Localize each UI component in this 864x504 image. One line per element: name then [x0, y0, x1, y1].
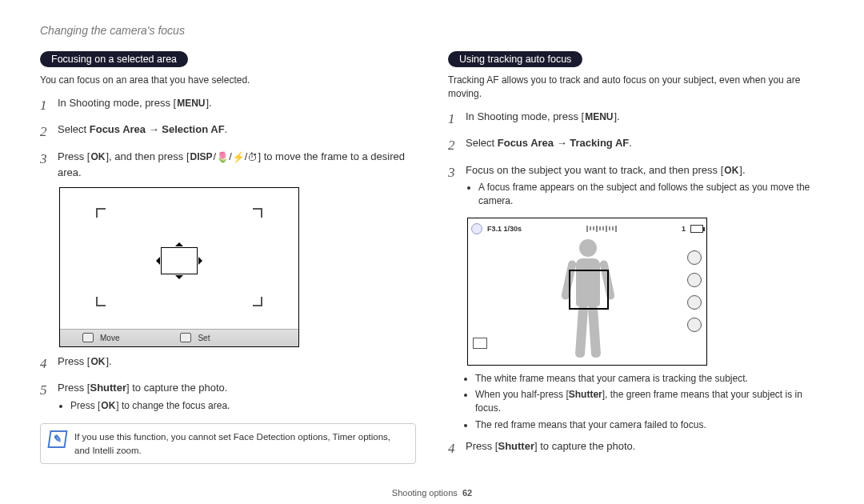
- step-text: .: [629, 137, 632, 149]
- step-text: ].: [614, 110, 620, 122]
- menu-key: MENU: [584, 110, 614, 124]
- arrow-down-icon: [175, 275, 183, 283]
- arrow-left-icon: [152, 257, 160, 265]
- metering-icon: [687, 318, 702, 332]
- mode-icon: [471, 223, 482, 234]
- ev-scale: [526, 226, 677, 232]
- af-mode-icon: [473, 338, 487, 349]
- bullet-text: When you half-press [: [475, 389, 569, 400]
- step-2: 2 Select Focus Area → Selection AF.: [40, 122, 416, 142]
- diagram-bottom-bar: Move Set: [60, 329, 298, 346]
- shutter-key: Shutter: [498, 440, 534, 452]
- step-text: .: [225, 123, 228, 135]
- page-title: Changing the camera's focus: [40, 24, 824, 37]
- note-icon: ✎: [47, 430, 67, 448]
- macro-icon: 🌷: [216, 150, 229, 166]
- step-text: Press [: [58, 355, 90, 367]
- sub-bullet: A focus frame appears on the subject and…: [478, 181, 824, 208]
- focus-corner: [253, 297, 262, 306]
- step-number: 5: [40, 380, 58, 401]
- bar-label: Move: [100, 334, 119, 342]
- timer-icon: ⏱: [247, 150, 258, 166]
- step-text: Select: [58, 123, 90, 135]
- flash-icon: ⚡: [232, 150, 245, 166]
- face-detect-icon: [687, 250, 702, 265]
- section-heading-right: Using tracking auto focus: [448, 51, 582, 67]
- stabilize-icon: [687, 295, 702, 310]
- step-number: 2: [40, 122, 58, 142]
- step-number: 2: [448, 135, 466, 156]
- step-text: Press [: [466, 440, 498, 452]
- menu-path: Tracking AF: [570, 137, 629, 149]
- menu-key: MENU: [176, 96, 206, 110]
- side-icons: [687, 250, 702, 332]
- step-number: 4: [448, 438, 466, 459]
- step-4: 4 Press [Shutter] to capture the photo.: [448, 438, 824, 459]
- step-text: Select: [466, 137, 498, 149]
- sub-bullet: Press [OK] to change the focus area.: [70, 399, 416, 413]
- step-text: ].: [106, 355, 111, 367]
- step-text: Press [: [58, 382, 90, 394]
- selection-af-diagram: Move Set: [59, 187, 299, 347]
- bullet: When you half-press [Shutter], the green…: [475, 388, 824, 415]
- step-text: Press [: [70, 400, 100, 411]
- shot-count: 1: [682, 225, 686, 233]
- step-number: 1: [40, 95, 58, 116]
- arrow-right-icon: [198, 257, 206, 265]
- right-column: Using tracking auto focus Tracking AF al…: [448, 51, 824, 465]
- arrow-up-icon: [175, 238, 183, 246]
- tracking-frame: [569, 270, 609, 310]
- footer-page-number: 62: [462, 488, 472, 498]
- arrow: →: [554, 137, 570, 149]
- menu-path: Focus Area: [498, 137, 554, 149]
- tracking-af-preview: F3.1 1/30s 1: [467, 218, 707, 366]
- ok-key: OK: [90, 150, 106, 164]
- step-number: 3: [448, 162, 466, 183]
- step-5: 5 Press [Shutter] to capture the photo. …: [40, 380, 416, 415]
- intro-left: You can focus on an area that you have s…: [40, 74, 416, 87]
- step-text: ].: [739, 164, 745, 176]
- quality-icon: [687, 273, 702, 287]
- menu-path: Focus Area: [90, 123, 146, 135]
- section-heading-left: Focusing on a selected area: [40, 51, 188, 67]
- step-1: 1 In Shooting mode, press [MENU].: [448, 109, 824, 130]
- shutter-key: Shutter: [569, 389, 602, 400]
- left-column: Focusing on a selected area You can focu…: [40, 51, 416, 465]
- step-3: 3 Press [OK], and then press [DISP/🌷/⚡/⏱…: [40, 149, 416, 181]
- step-2: 2 Select Focus Area → Tracking AF.: [448, 135, 824, 156]
- bullet: The white frame means that your camera i…: [475, 372, 824, 386]
- step-text: ] to capture the photo.: [534, 440, 635, 452]
- step-text: In Shooting mode, press [: [466, 110, 584, 122]
- step-3: 3 Focus on the subject you want to track…: [448, 162, 824, 211]
- step-number: 1: [448, 109, 466, 130]
- focus-frame: [161, 247, 198, 274]
- step-text: ].: [206, 97, 212, 109]
- step-1: 1 In Shooting mode, press [MENU].: [40, 95, 416, 116]
- focus-corner: [96, 208, 106, 218]
- step-text: ] to change the focus area.: [116, 400, 230, 411]
- arrow: →: [146, 123, 162, 135]
- exposure-readout: F3.1 1/30s: [487, 225, 522, 233]
- shutter-key: Shutter: [90, 382, 126, 394]
- step-number: 3: [40, 149, 58, 170]
- step-text: In Shooting mode, press [: [58, 97, 176, 109]
- ok-key: OK: [723, 163, 739, 178]
- ok-key: OK: [90, 354, 106, 369]
- focus-corner: [96, 297, 106, 306]
- dpad-icon: [82, 333, 94, 342]
- step-4: 4 Press [OK].: [40, 354, 416, 374]
- focus-corner: [253, 208, 262, 218]
- intro-right: Tracking AF allows you to track and auto…: [448, 74, 824, 101]
- ok-key: OK: [100, 399, 116, 413]
- menu-path: Selection AF: [162, 123, 224, 135]
- note-box: ✎ If you use this function, you cannot s…: [40, 423, 416, 463]
- bar-label: Set: [198, 334, 210, 342]
- battery-icon: [690, 225, 703, 233]
- bullet: The red frame means that your camera fai…: [475, 418, 824, 432]
- step-number: 4: [40, 354, 58, 374]
- page-footer: Shooting options 62: [0, 488, 864, 498]
- note-text: If you use this function, you cannot set…: [74, 430, 407, 456]
- step-text: ] to capture the photo.: [126, 382, 227, 394]
- ok-icon: [180, 333, 191, 342]
- step-text: Press [: [58, 150, 90, 162]
